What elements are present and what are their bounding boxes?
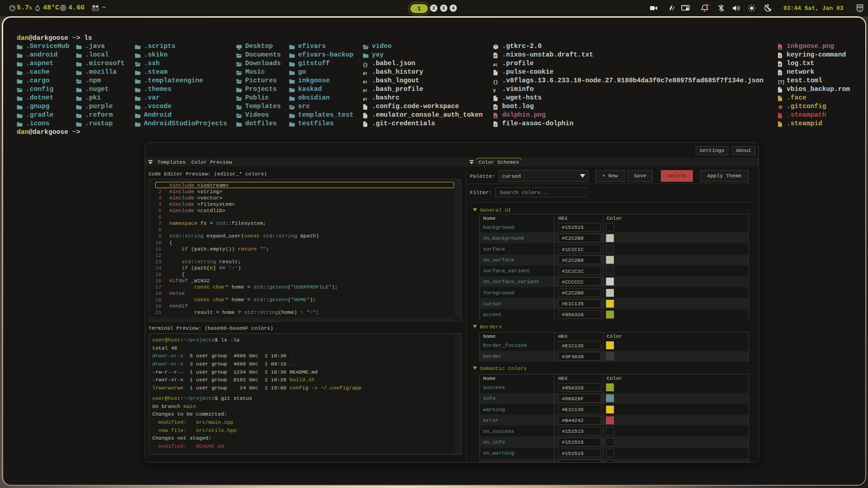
svg-text:?: ? — [779, 54, 781, 58]
svg-text:?: ? — [494, 123, 496, 127]
svg-text:?: ? — [779, 71, 781, 75]
